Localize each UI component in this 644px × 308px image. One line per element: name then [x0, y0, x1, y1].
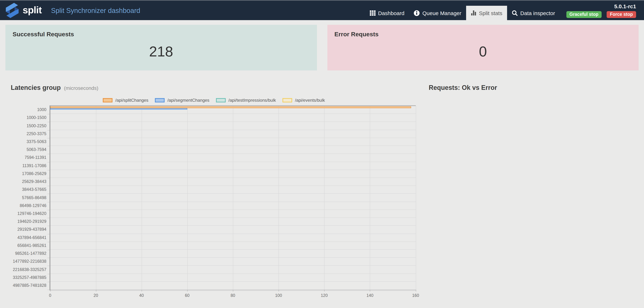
y-tick-mark — [47, 242, 50, 242]
legend-item: /api/events/bulk — [282, 98, 325, 103]
nav-item-label: Split stats — [479, 10, 502, 16]
x-tick-mark — [370, 290, 370, 292]
y-axis-label: 129746-194620 — [18, 211, 46, 216]
latency-row — [50, 282, 416, 290]
latency-row — [50, 114, 416, 122]
nav-item-label: Queue Manager — [422, 10, 462, 16]
y-axis-label: 4987885-7481828 — [13, 283, 46, 288]
chart-legend: /api/splitChanges/api/segmentChanges/api… — [6, 98, 422, 103]
split-synchronizer-dashboard: split Split Synchronizer dashboard Dashb… — [0, 0, 644, 308]
nav-right-controls: 5.0.1-rc1 Graceful stop Force stop — [566, 1, 636, 18]
bar-chart-icon — [471, 10, 476, 16]
latency-row — [50, 274, 416, 282]
nav-item-data-inspector[interactable]: Data inspector — [507, 6, 560, 20]
y-tick-mark — [47, 210, 50, 210]
y-axis-label: 3325257-4987885 — [13, 275, 46, 280]
latency-row — [50, 186, 416, 194]
x-tick-mark — [416, 290, 416, 292]
y-tick-mark — [47, 122, 50, 122]
y-axis-label: 194620-291929 — [18, 219, 46, 224]
requests-column: Requests: Ok vs Error — [422, 84, 638, 301]
y-tick-mark — [47, 130, 50, 130]
version-label: 5.0.1-rc1 — [614, 3, 636, 10]
legend-swatch — [282, 98, 292, 102]
legend-label: /api/events/bulk — [295, 98, 325, 103]
y-axis-label: 86498-129746 — [20, 204, 46, 208]
y-tick-mark — [47, 226, 50, 226]
y-tick-mark — [47, 218, 50, 218]
y-axis-label: 985261-1477892 — [15, 251, 46, 256]
y-axis-label: 1477892-2216838 — [13, 259, 46, 264]
x-tick-mark — [96, 290, 96, 292]
legend-swatch — [155, 98, 164, 102]
x-axis-tick-label: 80 — [230, 293, 235, 298]
latency-row — [50, 250, 416, 258]
x-tick-mark — [324, 290, 325, 292]
latency-row — [50, 154, 416, 162]
y-tick-mark — [47, 178, 50, 178]
y-axis-label: 2250-3375 — [26, 132, 46, 136]
successful-requests-card: Successful Requests 218 — [6, 25, 317, 70]
latency-row — [50, 210, 416, 218]
latency-row — [50, 146, 416, 154]
nav-item-label: Dashboard — [378, 10, 404, 16]
navbar: split Split Synchronizer dashboard Dashb… — [0, 1, 644, 20]
main-content: Successful Requests 218 Error Requests 0… — [0, 25, 644, 301]
x-gridline — [416, 106, 416, 290]
y-tick-mark — [47, 170, 50, 170]
latency-row — [50, 218, 416, 226]
y-axis-label: 11391-17086 — [22, 163, 46, 168]
y-tick-mark — [47, 258, 50, 258]
latency-row — [50, 106, 416, 114]
y-axis-label: 1000-1500 — [26, 116, 46, 120]
successful-requests-value: 218 — [12, 44, 310, 60]
nav-item-dashboard[interactable]: Dashboard — [365, 6, 409, 20]
latency-row — [50, 202, 416, 210]
legend-label: /api/segmentChanges — [168, 98, 210, 103]
y-tick-mark — [47, 154, 50, 154]
split-logo-icon — [5, 2, 20, 18]
latency-row — [50, 226, 416, 234]
x-axis-tick-label: 0 — [49, 293, 52, 298]
grid-icon — [370, 10, 376, 16]
x-tick-mark — [187, 290, 188, 292]
legend-item: /api/testImpressions/bulk — [216, 98, 276, 103]
latency-row — [50, 122, 416, 130]
requests-pie-placeholder — [429, 92, 638, 242]
latency-row — [50, 138, 416, 146]
y-axis-label: 17086-25629 — [22, 172, 46, 176]
latency-row — [50, 258, 416, 266]
y-tick-mark — [47, 266, 50, 266]
y-axis-label: 7594-11391 — [24, 156, 46, 160]
brand[interactable]: split Split Synchronizer dashboard — [5, 2, 140, 18]
x-tick-mark — [278, 290, 279, 292]
y-axis-label: 291929-437894 — [18, 227, 46, 232]
force-stop-button[interactable]: Force stop — [606, 11, 636, 18]
x-axis-tick-label: 160 — [412, 293, 419, 298]
y-axis-labels: 10001000-15001500-22502250-33753375-5063… — [6, 105, 46, 301]
summary-cards: Successful Requests 218 Error Requests 0 — [6, 25, 638, 70]
legend-item: /api/segmentChanges — [155, 98, 210, 103]
y-tick-mark — [47, 114, 50, 114]
page-title: Split Synchronizer dashboard — [51, 7, 140, 15]
nav-item-split-stats[interactable]: Split stats — [466, 6, 507, 20]
latencies-chart: 10001000-15001500-22502250-33753375-5063… — [6, 105, 422, 301]
y-axis-label: 38443-57665 — [22, 188, 46, 192]
nav-item-queue-manager[interactable]: Queue Manager — [409, 6, 466, 20]
latencies-column: Latencies group (microseconds) /api/spli… — [6, 84, 422, 301]
y-axis-label: 2216838-3325257 — [13, 267, 46, 272]
x-axis-tick-label: 120 — [321, 293, 328, 298]
y-tick-mark — [47, 186, 50, 186]
y-axis-label: 57665-86498 — [22, 195, 46, 200]
graceful-stop-button[interactable]: Graceful stop — [566, 11, 602, 18]
y-axis-label: 5063-7594 — [26, 147, 46, 152]
stop-buttons: Graceful stop Force stop — [566, 11, 636, 18]
y-tick-mark — [47, 290, 50, 290]
latencies-heading: Latencies group (microseconds) — [11, 84, 422, 92]
y-tick-mark — [47, 138, 50, 138]
latency-row — [50, 234, 416, 242]
y-tick-mark — [47, 282, 50, 282]
charts-row: Latencies group (microseconds) /api/spli… — [6, 84, 638, 301]
latencies-subtitle: (microseconds) — [62, 85, 98, 91]
latencies-title: Latencies group — [11, 84, 61, 91]
